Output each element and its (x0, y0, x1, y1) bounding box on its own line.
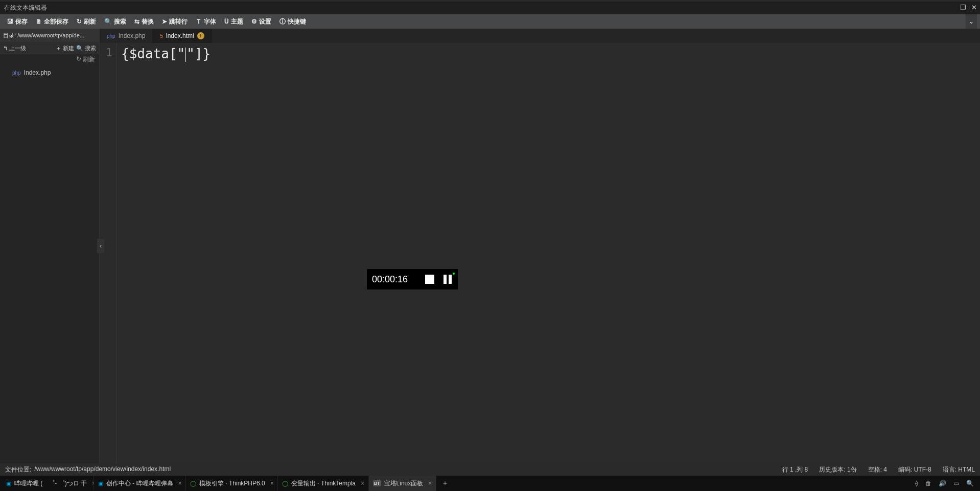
tab-close-icon[interactable]: × (176, 480, 182, 487)
collapse-sidebar-handle[interactable]: ‹ (97, 239, 104, 253)
tab-title: 宝塔Linux面板 (384, 479, 424, 488)
replace-icon: ⇆ (134, 18, 139, 25)
recorder-pause-button[interactable] (444, 275, 453, 284)
file-tree-item[interactable]: php Index.php (0, 67, 99, 78)
bilibili-icon: ▣ (6, 480, 11, 487)
tab-title: 变量输出 · ThinkTempla (291, 479, 356, 488)
up-label: 上一级 (9, 44, 26, 52)
screen-recorder-overlay: 00:00:16 (367, 269, 458, 289)
thinkphp-icon: ◯ (282, 480, 288, 487)
os-search-icon[interactable]: 🔍 (966, 480, 974, 487)
editor-tabs: php Index.php 5 index.html ! (100, 29, 980, 43)
editor-tab[interactable]: php Index.php (100, 29, 153, 43)
recorder-timer: 00:00:16 (372, 274, 416, 285)
new-tab-button[interactable]: ＋ (436, 479, 454, 488)
tab-label: index.html (166, 32, 194, 39)
sidebar-search-button[interactable]: 🔍搜索 (76, 44, 96, 52)
theme-icon: Ü (224, 18, 229, 25)
bt-panel-icon: BT (373, 480, 381, 486)
taskbar-tab[interactable]: ◯ 变量输出 · ThinkTempla × (278, 476, 369, 491)
code-text: {$data[" (121, 46, 185, 61)
directory-path-row[interactable]: 目录: /www/wwwroot/tp/app/de... (0, 29, 99, 42)
editor-tab[interactable]: 5 index.html ! (153, 29, 212, 43)
tab-close-icon[interactable]: × (426, 480, 432, 487)
plus-icon: ＋ (56, 44, 61, 52)
info-icon: ⓘ (279, 17, 286, 26)
editor-pane: php Index.php 5 index.html ! 1 {$data[""… (100, 29, 980, 463)
close-icon[interactable]: ✕ (971, 4, 977, 11)
language-indicator[interactable]: 语言: HTML (943, 465, 975, 474)
file-tree: php Index.php (0, 65, 99, 463)
save-all-icon: 🗎 (36, 18, 42, 25)
settings-label: 设置 (259, 17, 271, 26)
search-icon: 🔍 (104, 18, 112, 25)
replace-button[interactable]: ⇆替换 (130, 17, 158, 26)
rocket-icon[interactable]: ⟠ (915, 480, 918, 487)
encoding-indicator[interactable]: 编码: UTF-8 (898, 465, 931, 474)
sidebar: 目录: /www/wwwroot/tp/app/de... ↰上一级 ＋新建 🔍… (0, 29, 100, 463)
taskbar-tab[interactable]: ▣ 哔哩哔哩 ( ゜- ゜)つロ 干 × (2, 476, 94, 491)
spaces-indicator[interactable]: 空格: 4 (868, 465, 887, 474)
refresh-label: 刷新 (84, 17, 96, 26)
refresh-icon: ↻ (77, 18, 82, 25)
goto-icon: ➤ (162, 18, 167, 25)
volume-icon[interactable]: 🔊 (939, 480, 946, 487)
sidebar-refresh-label: 刷新 (83, 55, 95, 64)
save-icon: 🖫 (7, 18, 13, 25)
line-col-indicator[interactable]: 行 1 ,列 8 (782, 465, 808, 474)
dir-path: /www/wwwroot/tp/app/de... (17, 32, 84, 38)
font-button[interactable]: Ｔ字体 (192, 17, 220, 26)
history-indicator[interactable]: 历史版本: 1份 (819, 465, 856, 474)
theme-label: 主题 (231, 17, 243, 26)
chevron-left-icon: ‹ (100, 242, 102, 250)
code-content[interactable]: {$data[""]} (117, 43, 980, 463)
tab-title: 模板引擎 · ThinkPHP6.0 (199, 479, 265, 488)
up-arrow-icon: ↰ (3, 45, 8, 52)
sidebar-refresh[interactable]: ↻刷新 (0, 54, 99, 65)
thinkphp-icon: ◯ (190, 480, 196, 487)
taskbar-tab[interactable]: ▣ 创作中心 - 哔哩哔哩弹幕 × (94, 476, 186, 491)
font-label: 字体 (204, 17, 216, 26)
main-area: 目录: /www/wwwroot/tp/app/de... ↰上一级 ＋新建 🔍… (0, 29, 980, 463)
code-editor[interactable]: 1 {$data[""]} (100, 43, 980, 463)
tab-title: 创作中心 - 哔哩哔哩弹幕 (106, 479, 173, 488)
tab-close-icon[interactable]: × (359, 480, 364, 487)
multitask-icon[interactable]: ▭ (953, 480, 959, 487)
settings-button[interactable]: ⚙设置 (247, 17, 275, 26)
sidebar-search-label: 搜索 (85, 44, 96, 52)
status-bar: 文件位置: /www/wwwroot/tp/app/demo/view/inde… (0, 463, 980, 476)
taskbar-tab[interactable]: ◯ 模板引擎 · ThinkPHP6.0 × (186, 476, 278, 491)
window-title: 在线文本编辑器 (4, 4, 47, 12)
goto-label: 跳转行 (169, 17, 188, 26)
taskbar-tab[interactable]: BT 宝塔Linux面板 × (369, 476, 436, 491)
line-gutter: 1 (100, 43, 117, 463)
restore-icon[interactable]: ❐ (960, 4, 966, 11)
new-file-button[interactable]: ＋新建 (56, 44, 74, 52)
code-text: "]} (186, 46, 211, 61)
expand-button[interactable]: ⌄ (966, 14, 977, 29)
chevron-down-icon: ⌄ (969, 18, 974, 25)
tab-label: Index.php (119, 32, 146, 39)
search-label: 搜索 (114, 17, 126, 26)
save-button[interactable]: 🖫保存 (3, 17, 32, 26)
save-all-button[interactable]: 🗎全部保存 (32, 17, 73, 26)
refresh-button[interactable]: ↻刷新 (73, 17, 100, 26)
search-button[interactable]: 🔍搜索 (100, 17, 130, 26)
recording-active-icon (453, 273, 455, 275)
shortcuts-button[interactable]: ⓘ快捷键 (275, 17, 310, 26)
recorder-stop-button[interactable] (425, 275, 434, 284)
line-number: 1 (100, 46, 112, 59)
goto-button[interactable]: ➤跳转行 (158, 17, 192, 26)
save-label: 保存 (15, 17, 28, 26)
bilibili-icon: ▣ (98, 480, 103, 487)
window-title-bar: 在线文本编辑器 ❐ ✕ (0, 2, 980, 14)
trash-icon[interactable]: 🗑 (925, 480, 931, 487)
theme-button[interactable]: Ü主题 (220, 17, 247, 26)
tab-close-icon[interactable]: × (268, 480, 274, 487)
tab-close-icon[interactable]: × (90, 480, 94, 487)
font-icon: Ｔ (196, 17, 202, 26)
shortcuts-label: 快捷键 (288, 17, 306, 26)
dir-label: 目录: (3, 32, 16, 39)
up-level-button[interactable]: ↰上一级 (3, 44, 26, 52)
refresh-icon: ↻ (76, 55, 81, 64)
